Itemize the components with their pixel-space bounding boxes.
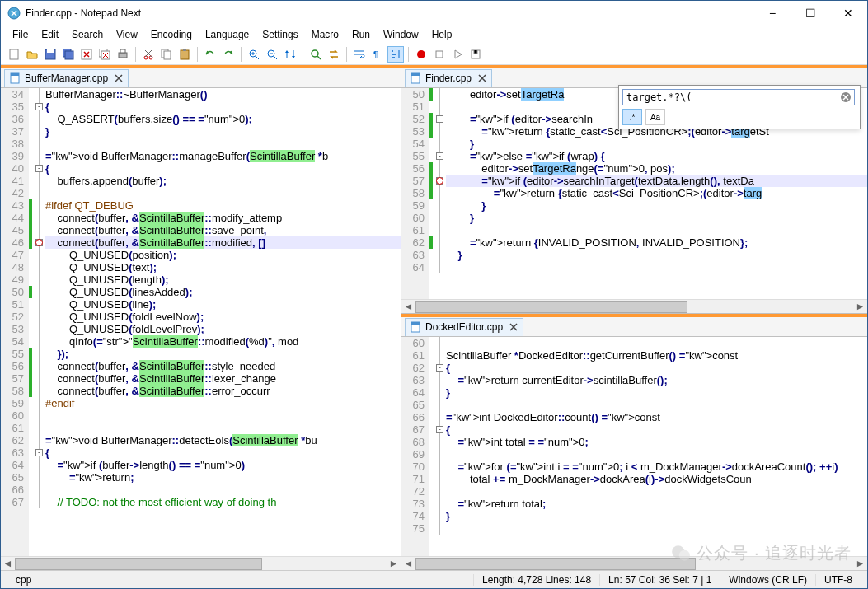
menu-window[interactable]: Window	[377, 27, 425, 42]
status-encoding[interactable]: UTF-8	[815, 574, 861, 586]
sync-scroll-icon[interactable]	[282, 46, 298, 63]
h-scrollbar[interactable]: ◄►	[1, 556, 401, 570]
menu-edit[interactable]: Edit	[35, 27, 65, 42]
case-toggle[interactable]: Aa	[645, 109, 665, 125]
tab-strip-docked: DockedEditor.cpp	[401, 317, 867, 337]
title-bar: Finder.cpp - Notepad Next − ☐ ✕	[1, 1, 867, 26]
right-top-pane: Finder.cpp 50515253545556575859606162636…	[401, 65, 867, 314]
copy-icon[interactable]	[158, 46, 175, 63]
tab-finder[interactable]: Finder.cpp	[405, 69, 492, 87]
redo-icon[interactable]	[220, 46, 237, 63]
toolbar: ¶	[1, 44, 867, 65]
tab-buffermanager[interactable]: BufferManager.cpp	[4, 69, 129, 87]
watermark-text: 公众号 · 追逐时光者	[697, 542, 852, 564]
svg-rect-16	[183, 49, 186, 51]
show-whitespace-icon[interactable]: ¶	[369, 46, 386, 63]
svg-point-32	[679, 549, 690, 560]
menu-file[interactable]: File	[6, 27, 35, 42]
svg-rect-14	[164, 51, 171, 59]
stop-macro-icon[interactable]	[431, 46, 448, 63]
play-macro-icon[interactable]	[449, 46, 466, 63]
svg-rect-1	[10, 49, 18, 59]
status-lang: cpp	[7, 574, 197, 586]
menu-bar: File Edit Search View Encoding Language …	[1, 26, 867, 44]
find-input[interactable]	[622, 89, 855, 105]
app-icon	[7, 7, 21, 20]
show-indent-guide-icon[interactable]	[387, 46, 404, 63]
svg-rect-25	[11, 73, 19, 76]
svg-rect-10	[120, 49, 125, 53]
tab-label: BufferManager.cpp	[25, 72, 108, 84]
find-panel: .* Aa	[618, 85, 861, 129]
save-all-icon[interactable]	[60, 46, 77, 63]
save-icon[interactable]	[42, 46, 59, 63]
menu-encoding[interactable]: Encoding	[144, 27, 199, 42]
file-icon	[411, 321, 422, 333]
watermark: 公众号 · 追逐时光者	[670, 542, 852, 564]
status-pos: Ln: 57 Col: 36 Sel: 7 | 1	[599, 574, 720, 586]
svg-rect-22	[436, 51, 443, 58]
undo-icon[interactable]	[202, 46, 218, 63]
svg-rect-5	[65, 51, 73, 59]
print-icon[interactable]	[115, 46, 131, 63]
window-title: Finder.cpp - Notepad Next	[26, 7, 753, 19]
left-pane: BufferManager.cpp 3435363738394041424344…	[1, 65, 401, 570]
zoom-in-icon[interactable]	[246, 46, 262, 63]
cut-icon[interactable]	[140, 46, 157, 63]
svg-point-19	[312, 50, 318, 57]
save-macro-icon[interactable]	[467, 46, 484, 63]
menu-help[interactable]: Help	[425, 27, 459, 42]
paste-icon[interactable]	[176, 46, 193, 63]
new-file-icon[interactable]	[6, 46, 22, 63]
svg-text:¶: ¶	[373, 50, 378, 59]
menu-settings[interactable]: Settings	[256, 27, 304, 42]
regex-toggle[interactable]: .*	[622, 109, 642, 125]
status-bar: cpp Length: 4,728 Lines: 148 Ln: 57 Col:…	[1, 570, 867, 588]
replace-icon[interactable]	[326, 46, 342, 63]
menu-run[interactable]: Run	[345, 27, 377, 42]
close-button[interactable]: ✕	[829, 1, 867, 26]
svg-rect-3	[47, 49, 54, 53]
svg-rect-30	[411, 322, 420, 325]
file-icon	[411, 72, 422, 84]
tab-dockededitor[interactable]: DockedEditor.cpp	[405, 318, 523, 336]
svg-point-21	[417, 50, 425, 58]
minimize-button[interactable]: −	[753, 1, 791, 26]
menu-language[interactable]: Language	[199, 27, 256, 42]
close-all-icon[interactable]	[96, 46, 113, 63]
editor-left[interactable]: 3435363738394041424344454647484950515253…	[1, 88, 401, 556]
h-scrollbar[interactable]: ◄►	[401, 299, 867, 313]
right-bottom-pane: DockedEditor.cpp 60616263646566676869707…	[401, 314, 867, 570]
maximize-button[interactable]: ☐	[791, 1, 829, 26]
open-file-icon[interactable]	[24, 46, 40, 63]
editor-docked[interactable]: 60616263646566676869707172737475Scintill…	[401, 337, 867, 556]
menu-view[interactable]: View	[110, 27, 144, 42]
tab-strip-left: BufferManager.cpp	[1, 68, 401, 88]
word-wrap-icon[interactable]	[351, 46, 368, 63]
record-macro-icon[interactable]	[413, 46, 429, 63]
status-length: Length: 4,728 Lines: 148	[473, 574, 599, 586]
close-file-icon[interactable]	[78, 46, 95, 63]
clear-icon[interactable]	[840, 91, 852, 103]
svg-rect-9	[119, 53, 127, 58]
zoom-out-icon[interactable]	[264, 46, 280, 63]
status-eol[interactable]: Windows (CR LF)	[720, 574, 815, 586]
svg-rect-15	[181, 50, 189, 59]
main-split: BufferManager.cpp 3435363738394041424344…	[1, 65, 867, 570]
file-icon	[10, 72, 21, 84]
close-icon[interactable]	[478, 74, 486, 82]
tab-label: Finder.cpp	[425, 72, 472, 84]
menu-search[interactable]: Search	[65, 27, 110, 42]
find-icon[interactable]	[307, 46, 324, 63]
wechat-icon	[670, 543, 692, 564]
close-icon[interactable]	[509, 323, 518, 331]
svg-rect-27	[411, 73, 420, 76]
tab-label: DockedEditor.cpp	[425, 321, 503, 333]
close-icon[interactable]	[115, 74, 123, 82]
menu-macro[interactable]: Macro	[305, 27, 345, 42]
